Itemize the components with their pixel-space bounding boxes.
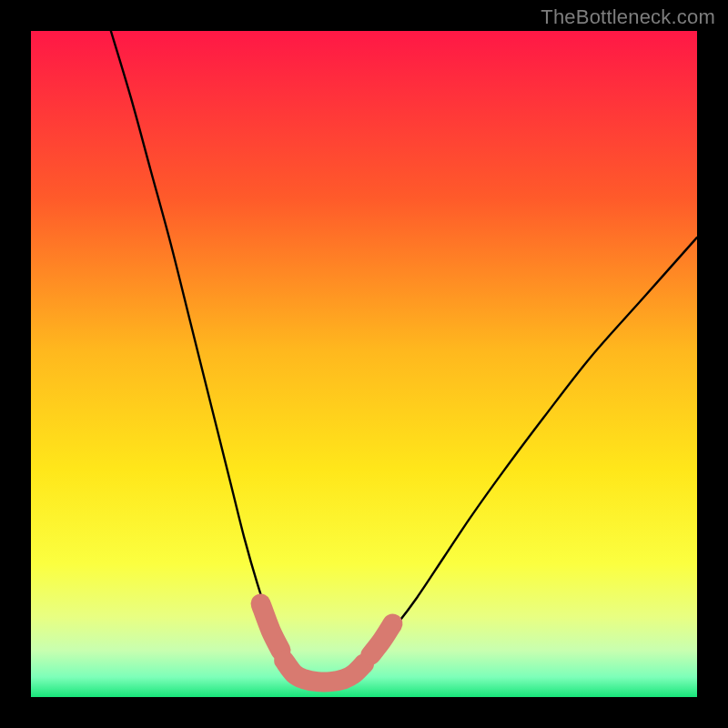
highlight-arc-0 bbox=[261, 604, 281, 651]
plot-area bbox=[31, 31, 697, 697]
watermark-text: TheBottleneck.com bbox=[541, 5, 715, 29]
highlight-arc-1 bbox=[284, 661, 364, 682]
left-curve-line bbox=[111, 31, 318, 682]
chart-frame: TheBottleneck.com bbox=[0, 0, 728, 728]
curve-layer bbox=[31, 31, 697, 697]
highlight-arc-2 bbox=[370, 623, 392, 654]
